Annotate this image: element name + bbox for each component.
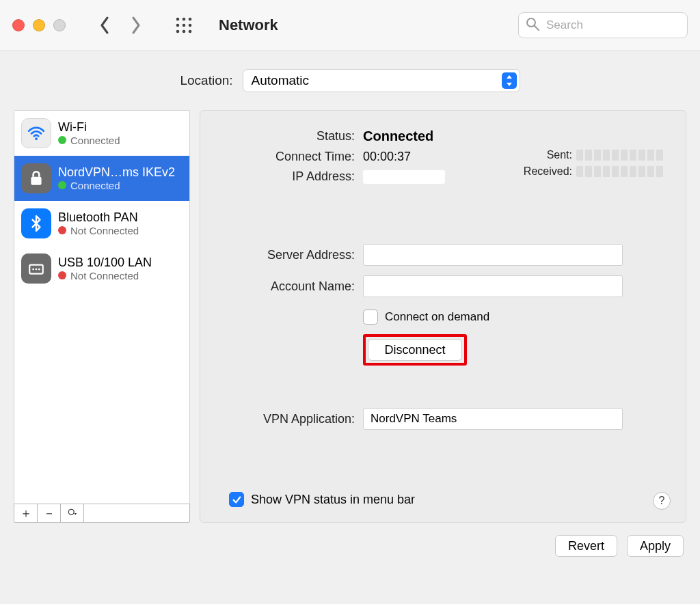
connect-on-demand-label: Connect on demand [385, 310, 489, 324]
show-all-icon[interactable] [175, 16, 193, 34]
interface-name: USB 10/100 LAN [58, 256, 152, 270]
disconnect-highlight: Disconnect [363, 334, 467, 366]
vpn-application-label: VPN Application: [221, 412, 363, 426]
vpn-application-field[interactable]: NordVPN Teams [363, 408, 623, 430]
status-dot-icon [58, 226, 66, 234]
traffic-lights [12, 19, 66, 31]
svg-point-8 [189, 30, 192, 33]
status-label: Status: [221, 129, 363, 143]
server-address-label: Server Address: [221, 248, 363, 262]
search-icon [526, 17, 539, 34]
connect-time-label: Connect Time: [221, 150, 363, 164]
ip-address-value [363, 170, 445, 184]
account-name-field[interactable] [363, 275, 623, 297]
interface-status: Not Connected [58, 270, 152, 282]
status-value: Connected [363, 128, 433, 144]
svg-rect-14 [31, 177, 41, 185]
connect-time-value: 00:00:37 [363, 150, 411, 164]
remove-interface-button[interactable]: － [38, 504, 61, 522]
connect-on-demand-checkbox[interactable] [363, 310, 378, 325]
show-vpn-status-label: Show VPN status in menu bar [251, 493, 415, 507]
help-button[interactable]: ? [653, 492, 671, 510]
interface-status: Not Connected [58, 225, 139, 236]
nav-arrows [98, 16, 142, 35]
lock-icon [21, 163, 51, 193]
interface-status: Connected [58, 135, 120, 146]
svg-marker-20 [74, 513, 77, 515]
svg-marker-12 [507, 83, 512, 86]
svg-point-6 [176, 30, 180, 33]
svg-point-9 [527, 18, 535, 27]
details-panel: Status: Connected Connect Time: 00:00:37… [200, 110, 686, 523]
location-row: Location: Automatic [0, 69, 700, 92]
add-interface-button[interactable]: ＋ [14, 504, 38, 522]
status-dot-icon [58, 136, 66, 144]
bottom-buttons: Revert Apply [0, 523, 700, 557]
interface-status: Connected [58, 180, 175, 191]
status-dot-icon [58, 271, 66, 279]
interface-name: NordVPN…ms IKEv2 [58, 165, 175, 180]
account-name-label: Account Name: [221, 279, 363, 294]
location-value: Automatic [252, 73, 309, 88]
svg-marker-11 [507, 75, 512, 79]
apply-button[interactable]: Apply [627, 535, 684, 557]
svg-point-0 [176, 18, 180, 21]
status-dot-icon [58, 181, 66, 189]
svg-point-4 [183, 24, 186, 27]
received-bars-icon [576, 166, 665, 177]
show-vpn-status-checkbox[interactable] [229, 492, 244, 507]
svg-point-18 [38, 269, 40, 271]
svg-point-16 [32, 269, 34, 271]
bluetooth-icon [21, 208, 51, 238]
sidebar-toolbar: ＋ － [14, 504, 190, 523]
interface-options-button[interactable] [61, 504, 84, 522]
interface-name: Wi-Fi [58, 120, 120, 135]
svg-point-13 [35, 137, 38, 140]
search-input[interactable] [545, 18, 680, 33]
toolbar: Network [0, 0, 700, 51]
location-select[interactable]: Automatic [243, 69, 520, 92]
wifi-icon [21, 118, 51, 148]
forward-button[interactable] [130, 16, 142, 35]
location-label: Location: [180, 73, 232, 88]
back-button[interactable] [98, 16, 111, 35]
sent-label: Sent: [547, 149, 572, 161]
window-minimize-button[interactable] [33, 19, 45, 31]
interface-row-wifi[interactable]: Wi-Fi Connected [14, 111, 189, 156]
select-arrows-icon [502, 72, 517, 89]
interface-row-vpn[interactable]: NordVPN…ms IKEv2 Connected [14, 156, 189, 201]
window-zoom-button[interactable] [53, 19, 66, 31]
svg-line-10 [535, 26, 539, 30]
svg-point-3 [176, 24, 180, 27]
svg-point-17 [36, 269, 38, 271]
interface-row-ethernet[interactable]: USB 10/100 LAN Not Connected [14, 246, 189, 291]
interface-name: Bluetooth PAN [58, 210, 139, 225]
interfaces-sidebar: Wi-Fi Connected NordVPN…ms IKEv2 Conne [14, 110, 190, 523]
received-label: Received: [524, 165, 572, 178]
svg-point-5 [189, 24, 192, 27]
revert-button[interactable]: Revert [555, 535, 617, 557]
svg-point-2 [189, 18, 192, 21]
interface-row-bluetooth[interactable]: Bluetooth PAN Not Connected [14, 201, 189, 246]
traffic-stats: Sent: Received: [524, 149, 665, 178]
search-field[interactable] [518, 12, 688, 38]
disconnect-button[interactable]: Disconnect [368, 339, 462, 361]
window-close-button[interactable] [12, 19, 25, 31]
server-address-field[interactable] [363, 244, 623, 266]
show-status-row: Show VPN status in menu bar [229, 492, 415, 507]
interfaces-list: Wi-Fi Connected NordVPN…ms IKEv2 Conne [14, 110, 190, 504]
ip-address-label: IP Address: [221, 169, 363, 184]
sent-bars-icon [576, 150, 665, 161]
svg-point-7 [183, 30, 186, 33]
svg-point-1 [183, 18, 186, 21]
svg-point-19 [68, 509, 74, 514]
window-title: Network [219, 16, 278, 34]
ethernet-icon [21, 253, 51, 284]
